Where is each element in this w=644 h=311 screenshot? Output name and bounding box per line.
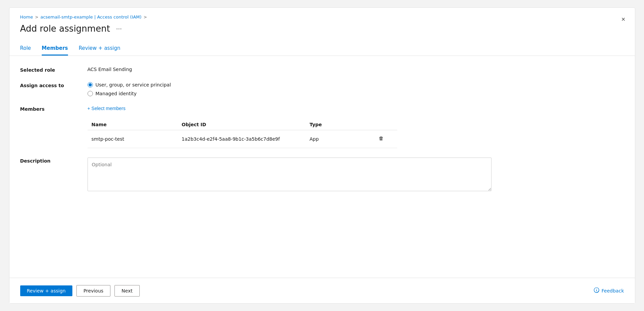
member-object-id: 1a2b3c4d-e2f4-5aa8-9b1c-3a5b6c7d8e9f (182, 130, 310, 148)
radio-user-group[interactable]: User, group, or service principal (88, 82, 171, 88)
assign-access-options: User, group, or service principal Manage… (88, 82, 171, 96)
member-type: App (310, 130, 377, 148)
delete-member-button[interactable] (377, 134, 385, 144)
members-label: Members (20, 106, 88, 112)
radio-managed-identity-input[interactable] (88, 91, 93, 96)
assign-access-row: Assign access to User, group, or service… (20, 82, 624, 96)
breadcrumb-sep-2: > (143, 15, 147, 20)
members-table: Name Object ID Type smtp-poc-test 1a2b3c… (88, 119, 397, 148)
assign-access-label: Assign access to (20, 82, 88, 88)
review-assign-button[interactable]: Review + assign (20, 285, 72, 296)
add-role-assignment-panel: Home > acsemail-smtp-example | Access co… (9, 7, 635, 304)
members-row: Members + Select members Name Object ID … (20, 106, 624, 148)
breadcrumb-iam[interactable]: acsemail-smtp-example | Access control (… (40, 14, 141, 20)
selected-role-value: ACS Email Sending (88, 67, 132, 72)
col-header-type: Type (310, 119, 377, 130)
feedback-button[interactable]: Feedback (594, 287, 624, 295)
radio-managed-identity[interactable]: Managed identity (88, 91, 171, 96)
breadcrumb-home[interactable]: Home (20, 14, 33, 20)
title-row: Add role assignment ··· (20, 24, 624, 34)
previous-button[interactable]: Previous (76, 285, 110, 297)
radio-user-group-label: User, group, or service principal (96, 82, 171, 88)
description-label: Description (20, 158, 88, 164)
select-members-button[interactable]: + Select members (88, 106, 397, 111)
breadcrumb: Home > acsemail-smtp-example | Access co… (20, 14, 624, 20)
panel-footer: Review + assign Previous Next Feedback (9, 278, 635, 303)
feedback-svg (594, 287, 600, 293)
next-button[interactable]: Next (114, 285, 140, 297)
tab-members[interactable]: Members (42, 42, 68, 56)
delete-icon (378, 136, 384, 141)
page-title: Add role assignment (20, 24, 110, 34)
tabs-container: Role Members Review + assign (9, 42, 635, 56)
tab-role[interactable]: Role (20, 42, 31, 56)
panel-body: Selected role ACS Email Sending Assign a… (9, 56, 635, 303)
col-header-objectid: Object ID (182, 119, 310, 130)
col-header-action (377, 119, 397, 130)
breadcrumb-sep-1: > (35, 15, 38, 20)
table-row: smtp-poc-test 1a2b3c4d-e2f4-5aa8-9b1c-3a… (88, 130, 397, 148)
close-button[interactable]: × (620, 14, 627, 24)
radio-user-group-input[interactable] (88, 82, 93, 88)
tab-review-assign[interactable]: Review + assign (79, 42, 121, 56)
selected-role-row: Selected role ACS Email Sending (20, 67, 624, 73)
member-delete-cell (377, 130, 397, 148)
title-menu-icon[interactable]: ··· (114, 25, 124, 33)
radio-managed-identity-label: Managed identity (96, 91, 137, 96)
selected-role-label: Selected role (20, 67, 88, 73)
description-row: Description (20, 158, 624, 191)
feedback-label: Feedback (602, 288, 624, 293)
feedback-icon (594, 287, 600, 295)
description-textarea[interactable] (88, 158, 492, 191)
members-section: + Select members Name Object ID Type smt… (88, 106, 397, 148)
member-name: smtp-poc-test (88, 130, 182, 148)
panel-header: Home > acsemail-smtp-example | Access co… (9, 8, 635, 42)
col-header-name: Name (88, 119, 182, 130)
